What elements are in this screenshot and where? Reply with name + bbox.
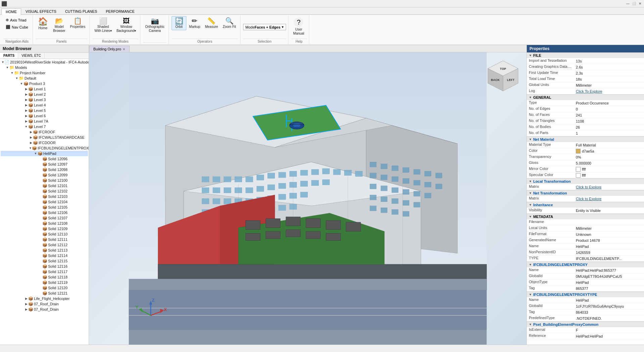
expand-solid-12097[interactable] — [38, 162, 42, 166]
tree-solid-12115[interactable]: 📦Solid 12115 — [1, 258, 88, 264]
properties-button[interactable]: 📋 Properties — [68, 16, 88, 30]
tree-solid-12101[interactable]: 📦Solid 12101 — [1, 183, 88, 188]
tree-solid-12108[interactable]: 📦Solid 12108 — [1, 221, 88, 226]
tree-solid-12097[interactable]: 📦Solid 12097 — [1, 162, 88, 167]
tree-level3[interactable]: ▶📦Level 3 — [1, 97, 88, 102]
tab-visual-effects[interactable]: VISUAL EFFECTS — [21, 8, 61, 14]
prop-section-local-transform-header[interactable]: ▼ Local Transformation — [527, 178, 644, 184]
tree-ifcbep[interactable]: ▼ 📦 IFCBUILDINGELEMENTPROXY — [1, 145, 88, 151]
close-button[interactable]: ✕ — [637, 1, 643, 6]
tree-helipad[interactable]: ▼ 📦 HeliPad — [1, 151, 88, 156]
expand-solid-12106[interactable] — [38, 211, 42, 215]
local-matrix-link[interactable]: Click to Explore — [576, 185, 601, 189]
navigation-cube[interactable]: TOP LEFT BACK — [486, 59, 520, 93]
tree-expand-root[interactable]: ▼ — [1, 60, 4, 64]
window-background-button[interactable]: 🖼 WindowBackground▾ — [114, 16, 138, 34]
expand-solid-12112[interactable] — [38, 243, 42, 247]
tree-solid-12112[interactable]: 📦Solid 12112 — [1, 242, 88, 248]
expand-level7[interactable]: ▼ — [24, 125, 28, 129]
tree-level4[interactable]: ▶📦Level 4 — [1, 102, 88, 108]
expand-solid-12104[interactable] — [38, 200, 42, 204]
expand-product3[interactable]: ▼ — [19, 82, 24, 86]
tree-solid-12099[interactable]: 📦Solid 12099 — [1, 172, 88, 178]
tree-solid-12098[interactable]: 📦Solid 12098 — [1, 167, 88, 172]
maximize-button[interactable]: ⬜ — [631, 1, 637, 6]
expand-Level 7A[interactable]: ▶ — [24, 119, 28, 123]
tree-solid-12102[interactable]: 📦Solid 12102 — [1, 188, 88, 194]
axis-triad-button[interactable]: ⊕ Axis Triad — [4, 17, 30, 23]
expand-helicopter[interactable]: ▶ — [24, 297, 28, 301]
expand-solid-12117[interactable] — [38, 270, 42, 274]
tree-solid-12118[interactable]: 📦Solid 12118 — [1, 274, 88, 280]
prop-section-metadata-header[interactable]: ▼ METADATA — [527, 214, 644, 219]
tree-solid-12120[interactable]: 📦Solid 12120 — [1, 285, 88, 291]
prop-section-net-material-header[interactable]: ▼ Net Material — [527, 136, 644, 142]
tree-solid-12103[interactable]: 📦Solid 12103 — [1, 194, 88, 199]
shaded-with-lines-button[interactable]: ⬜ ShadedWith Lines▾ — [92, 16, 114, 34]
prop-section-general-header[interactable]: ▼ GENERAL — [527, 94, 644, 100]
expand-solid-12105[interactable] — [38, 205, 42, 209]
expand-solid-12111[interactable] — [38, 237, 42, 241]
tree-product3[interactable]: ▼ 📦 Product 3 — [1, 81, 88, 86]
tree-level5[interactable]: ▶📦Level 5 — [1, 108, 88, 113]
tree-solid-12104[interactable]: 📦Solid 12104 — [1, 199, 88, 205]
tree-ifcroof[interactable]: ▶ 📦 IFCROOF — [1, 129, 88, 135]
expand-ifcbep[interactable]: ▼ — [29, 146, 32, 150]
tree-roof-drain-2[interactable]: ▶ 📦 07_Roof_Drain — [1, 307, 88, 312]
tree-level7[interactable]: ▼ 📦 Level 7 — [1, 124, 88, 129]
expand-Level 1[interactable]: ▶ — [24, 87, 28, 91]
expand-Level 5[interactable]: ▶ — [24, 108, 28, 113]
prop-section-ifcbep-header[interactable]: ▼ IFCBUILDINGELEMENTPROXY — [527, 262, 644, 267]
tree-level1[interactable]: ▶📦Level 1 — [1, 86, 88, 92]
prop-section-file-header[interactable]: ▼ FILE — [527, 52, 644, 58]
model-browser-button[interactable]: 📂 ModelBrowser — [51, 16, 67, 34]
tab-performance[interactable]: PERFORMANCE — [101, 8, 139, 14]
zoom-fit-button[interactable]: 🔍 Zoom Fit — [221, 16, 238, 30]
tree-helicopter[interactable]: ▶ 📦 Life_Flight_Helicopter — [1, 296, 88, 301]
expand-solid-12120[interactable] — [38, 286, 42, 290]
user-manual-button[interactable]: ? UserManual — [291, 16, 306, 37]
expand-Level 3[interactable]: ▶ — [24, 98, 28, 102]
expand-default[interactable]: ▼ — [15, 76, 19, 80]
orbit-button[interactable]: 🔄 Orbit — [172, 16, 186, 30]
measure-button[interactable]: 📏 Measure — [203, 16, 220, 30]
mb-tab-views[interactable]: VIEWS, ETC — [18, 53, 45, 58]
expand-solid-12102[interactable] — [38, 189, 42, 193]
expand-ifcdoor[interactable]: ▶ — [29, 141, 33, 145]
prop-section-ifcbept-header[interactable]: ▼ IFCBUILDINGELEMENTPROXYTYPE — [527, 292, 644, 297]
tree-roof-drain-1[interactable]: ▶ 📦 07_Roof_Drain — [1, 301, 88, 307]
tree-solid-12100[interactable]: 📦Solid 12100 — [1, 178, 88, 183]
expand-roof-drain-2[interactable]: ▶ — [24, 307, 28, 311]
tree-solid-12117[interactable]: 📦Solid 12117 — [1, 269, 88, 274]
tree-models[interactable]: ▼ 📁 Models — [1, 65, 88, 70]
viewport-content[interactable]: Z Y X TOP — [89, 52, 526, 345]
tree-solid-12116[interactable]: 📦Solid 12116 — [1, 264, 88, 269]
orthographic-camera-button[interactable]: 📷 OrthographicCamera — [143, 16, 167, 34]
expand-Level 2[interactable]: ▶ — [24, 92, 28, 96]
mb-tab-parts[interactable]: PARTS — [0, 53, 18, 58]
expand-ifcwall[interactable]: ▶ — [29, 135, 33, 139]
expand-project[interactable]: ▼ — [10, 71, 14, 75]
tree-project-number[interactable]: ▼ 📁 Project Number — [1, 70, 88, 76]
expand-solid-12116[interactable] — [38, 264, 42, 268]
tree-ifcwall[interactable]: ▶ 📦 IFCWALLSTANDARDCASE — [1, 135, 88, 140]
home-button[interactable]: 🏠 Home — [36, 16, 50, 32]
expand-solid-12098[interactable] — [38, 168, 42, 172]
tree-default[interactable]: ▼ 📁 Default — [1, 76, 88, 81]
expand-solid-12099[interactable] — [38, 173, 42, 177]
tab-cutting-planes[interactable]: CUTTING PLANES — [61, 8, 101, 14]
expand-solid-12118[interactable] — [38, 275, 42, 279]
minimize-button[interactable]: — — [625, 1, 631, 6]
tree-solid-12119[interactable]: 📦Solid 12119 — [1, 280, 88, 285]
expand-solid-12103[interactable] — [38, 194, 42, 199]
expand-solid-12107[interactable] — [38, 216, 42, 220]
tree-solid-12106[interactable]: 📦Solid 12106 — [1, 210, 88, 215]
tree-solid-12107[interactable]: 📦Solid 12107 — [1, 215, 88, 221]
expand-Level 4[interactable]: ▶ — [24, 103, 28, 107]
expand-solid-12115[interactable] — [38, 259, 42, 263]
tree-solid-12105[interactable]: 📦Solid 12105 — [1, 205, 88, 210]
tree-level2[interactable]: ▶📦Level 2 — [1, 92, 88, 97]
expand-solid-12114[interactable] — [38, 254, 42, 258]
expand-solid-12100[interactable] — [38, 178, 42, 182]
expand-models[interactable]: ▼ — [5, 65, 9, 70]
